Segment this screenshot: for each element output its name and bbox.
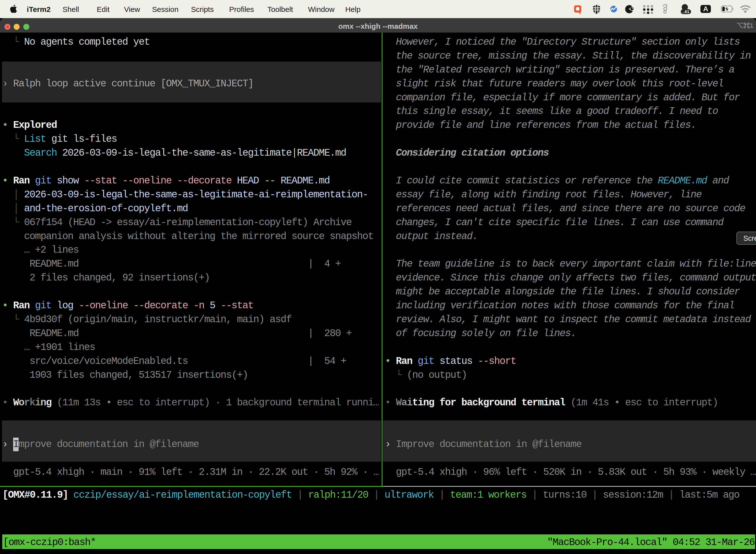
svg-text:..61: ..61: [683, 9, 690, 14]
svg-text:1: 1: [750, 22, 753, 29]
